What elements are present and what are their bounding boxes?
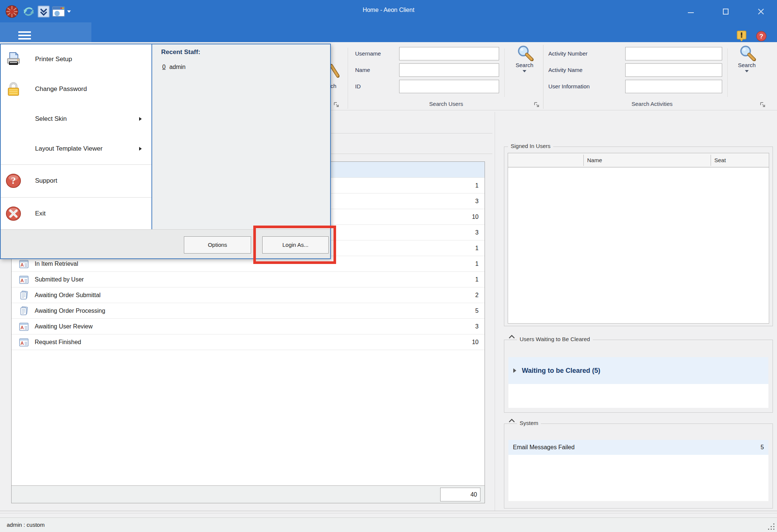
- search-activities-group-caption: Search Activities: [545, 101, 759, 107]
- recent-staff-accelerator: 0: [162, 64, 166, 70]
- email-messages-failed-row[interactable]: Email Messages Failed 5: [508, 440, 768, 455]
- recent-staff-title: Recent Staff:: [161, 48, 200, 56]
- login-as-button[interactable]: Login As...: [262, 236, 329, 254]
- maximize-button[interactable]: [717, 5, 734, 18]
- queue-list-footer: 40: [12, 485, 485, 503]
- id-input[interactable]: [399, 80, 499, 93]
- status-user-text: admin : custom: [7, 518, 45, 532]
- support-question-icon: ?: [5, 173, 22, 189]
- exit-icon: [5, 205, 22, 222]
- help-icon[interactable]: ?: [756, 31, 767, 42]
- home-tab-highlight: [0, 22, 91, 42]
- id-label: ID: [355, 80, 361, 93]
- collapse-chevron-icon[interactable]: [508, 418, 515, 423]
- svg-text:?: ?: [759, 33, 763, 40]
- status-bar: admin : custom: [0, 517, 777, 532]
- content-bottom-edge: [0, 511, 777, 513]
- window-title: Home - Aeon Client: [0, 7, 777, 13]
- order-document-icon: [19, 290, 29, 300]
- menu-item-change-password[interactable]: Change Password: [1, 78, 151, 100]
- recent-staff-panel: Recent Staff: 0admin: [151, 44, 330, 229]
- hamburger-menu-button[interactable]: [17, 30, 32, 41]
- menu-item-support[interactable]: ? Support: [1, 170, 151, 192]
- queue-row-request-finished[interactable]: Request Finished10: [12, 334, 485, 350]
- search-magnifier-icon: [515, 44, 534, 61]
- submenu-arrow-icon: [139, 117, 142, 121]
- system-list-body: [508, 455, 768, 501]
- aeon-client-window: Home - Aeon Client ? ch: [0, 0, 777, 532]
- activity-number-label: Activity Number: [548, 47, 588, 60]
- queue-row-awaiting-order-processing[interactable]: Awaiting Order Processing5: [12, 303, 485, 319]
- queue-total-count: 40: [440, 488, 480, 501]
- application-menu-popup: Recent Staff: 0admin Printer Setup: [0, 44, 331, 259]
- name-input[interactable]: [399, 63, 499, 77]
- search-activities-dialog-launcher-icon[interactable]: [759, 101, 767, 109]
- expand-arrow-icon[interactable]: [513, 368, 517, 373]
- email-messages-failed-count: 5: [761, 440, 764, 455]
- recent-staff-name: admin: [169, 64, 186, 70]
- queue-row-submitted-by-user[interactable]: Submitted by User1: [12, 272, 485, 287]
- svg-text:?: ?: [11, 175, 16, 186]
- options-button[interactable]: Options: [184, 236, 251, 254]
- collapse-chevron-icon[interactable]: [508, 334, 515, 339]
- search-activities-button[interactable]: Search: [730, 44, 764, 72]
- queue-row-awaiting-order-submittal[interactable]: Awaiting Order Submittal2: [12, 287, 485, 303]
- pin-notification-icon[interactable]: [736, 31, 747, 42]
- search-dropdown-caret-icon: [745, 70, 749, 72]
- activity-name-label: Activity Name: [548, 63, 583, 77]
- search-users-button-label: Search: [516, 62, 533, 68]
- signed-in-users-caption: Signed In Users: [508, 143, 553, 149]
- column-header-name[interactable]: Name: [587, 153, 602, 167]
- signed-in-users-table[interactable]: Name Seat: [508, 153, 769, 324]
- titlebar: [0, 0, 777, 42]
- covered-search-magnifier-icon: [330, 63, 339, 81]
- users-waiting-list-body: [508, 384, 768, 408]
- user-information-label: User Information: [548, 80, 590, 93]
- system-caption: System: [517, 420, 541, 426]
- waiting-to-be-cleared-group-row[interactable]: Waiting to be Cleared (5): [508, 357, 768, 384]
- queue-row-awaiting-user-review[interactable]: Awaiting User Review3: [12, 319, 485, 334]
- ribbon-button-separator: [727, 48, 728, 97]
- request-form-icon: [19, 337, 29, 347]
- username-input[interactable]: [399, 47, 499, 60]
- printer-icon: [5, 51, 22, 67]
- menu-item-exit[interactable]: Exit: [1, 202, 151, 225]
- ribbon-group-separator: [543, 45, 543, 109]
- close-button[interactable]: [752, 5, 770, 18]
- name-label: Name: [355, 63, 370, 77]
- ribbon-button-separator: [504, 48, 505, 97]
- search-users-button[interactable]: Search: [507, 44, 542, 72]
- request-form-icon: [19, 322, 29, 331]
- menu-item-layout-template-viewer[interactable]: Layout Template Viewer: [1, 138, 151, 160]
- covered-search-label-fragment[interactable]: ch: [330, 83, 336, 89]
- request-form-icon: [19, 259, 29, 269]
- lock-icon: [5, 81, 22, 97]
- minimize-button[interactable]: [682, 5, 699, 18]
- search-magnifier-icon: [737, 44, 756, 61]
- menu-separator: [1, 197, 151, 198]
- users-waiting-caption: Users Waiting to Be Cleared: [517, 336, 593, 342]
- menu-item-select-skin[interactable]: Select Skin: [1, 108, 151, 130]
- request-form-icon: [19, 275, 29, 284]
- activity-number-input[interactable]: [625, 47, 722, 60]
- vertical-splitter[interactable]: [495, 112, 495, 511]
- search-users-dialog-launcher-icon[interactable]: [533, 101, 541, 109]
- resize-grip[interactable]: [768, 523, 775, 530]
- search-users-group-caption: Search Users: [351, 101, 542, 107]
- ribbon-group-separator: [348, 48, 348, 109]
- waiting-group-label: Waiting to be Cleared (5): [522, 357, 600, 384]
- menu-button-bar: Options Login As...: [1, 229, 330, 258]
- email-messages-failed-label: Email Messages Failed: [513, 440, 574, 455]
- activity-name-input[interactable]: [625, 63, 722, 77]
- recent-staff-entry[interactable]: 0admin: [162, 64, 185, 70]
- search-activities-button-label: Search: [738, 62, 756, 68]
- username-label: Username: [355, 47, 381, 60]
- column-header-seat[interactable]: Seat: [714, 153, 726, 167]
- user-information-input[interactable]: [625, 80, 722, 93]
- signed-in-users-table-header: Name Seat: [508, 153, 769, 167]
- submenu-arrow-icon: [139, 147, 142, 151]
- menu-item-printer-setup[interactable]: Printer Setup: [1, 48, 151, 70]
- covered-group-dialog-launcher-icon[interactable]: [333, 101, 341, 109]
- order-document-icon: [19, 306, 29, 316]
- menu-separator: [1, 164, 151, 165]
